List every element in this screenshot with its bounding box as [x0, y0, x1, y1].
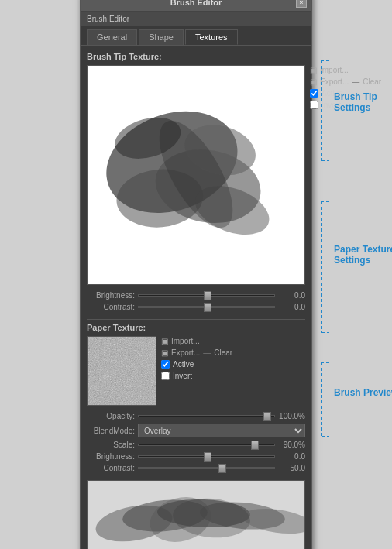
window-title: Brush Editor	[170, 0, 222, 7]
brush-tip-title: Brush Tip Texture:	[87, 52, 305, 61]
scale-thumb[interactable]	[251, 441, 259, 450]
import-icon: ▣	[310, 66, 317, 74]
opacity-thumb[interactable]	[263, 412, 271, 421]
tab-bar: General Shape Textures	[81, 26, 311, 46]
section-separator	[87, 319, 305, 320]
paper-scale-row: Scale: 90.0%	[87, 439, 305, 451]
paper-active-checkbox[interactable]	[161, 360, 170, 369]
scale-label: Scale:	[87, 441, 135, 449]
brush-tip-export-btn[interactable]: ▣ Export...	[310, 77, 349, 87]
paper-export-row: ▣ Export... — Clear	[161, 348, 305, 358]
paper-contrast-row: Contrast: 50.0	[87, 462, 305, 474]
paper-brightness-thumb[interactable]	[204, 452, 211, 462]
paper-invert-checkbox[interactable]	[161, 372, 170, 380]
brush-tip-clear-btn[interactable]: Clear	[363, 77, 381, 86]
blendmode-select[interactable]: Overlay Normal Multiply Screen	[138, 424, 305, 437]
contrast-slider[interactable]	[138, 306, 275, 308]
brightness-thumb[interactable]	[204, 291, 211, 300]
blendmode-label: BlendMode:	[87, 427, 135, 435]
brush-tip-row: ▣ Import... ▣ Export... — Clear	[87, 65, 305, 285]
sub-header-label: Brush Editor	[87, 15, 129, 23]
brush-tip-contrast-row: Contrast: 0.0	[87, 301, 305, 313]
paper-texture-preview	[87, 336, 156, 406]
paper-contrast-thumb[interactable]	[218, 464, 226, 473]
brightness-label: Brightness:	[87, 291, 135, 300]
brush-tip-active-label: Active	[322, 89, 342, 98]
blendmode-row: BlendMode: Overlay Normal Multiply Scree…	[87, 422, 305, 439]
paper-active-label: Active	[173, 360, 194, 369]
paper-texture-controls: ▣ Import... ▣ Export... — Clear	[161, 336, 305, 406]
paper-import-icon: ▣	[161, 337, 168, 345]
brush-tip-invert-label: Invert	[322, 101, 341, 109]
brush-tip-controls: ▣ Import... ▣ Export... — Clear	[310, 65, 381, 285]
brush-tip-brightness-row: Brightness: 0.0	[87, 290, 305, 301]
export-icon: ▣	[310, 77, 317, 86]
paper-opacity-row: Opacity: 100.0%	[87, 410, 305, 422]
brush-tip-invert-row: Invert	[310, 100, 381, 110]
brush-tip-active-row: Active	[310, 88, 381, 98]
contrast-label: Contrast:	[87, 303, 135, 311]
paper-texture-row: ▣ Import... ▣ Export... — Clear	[87, 336, 305, 406]
sub-header: Brush Editor	[81, 12, 311, 26]
paper-contrast-label: Contrast:	[87, 464, 135, 472]
paper-brightness-slider[interactable]	[138, 455, 275, 458]
brush-preview-annotation: Brush Preview	[320, 362, 392, 437]
title-bar: Brush Editor ×	[81, 0, 311, 12]
brush-preview-area	[87, 480, 305, 549]
paper-contrast-value: 50.0	[278, 464, 305, 472]
paper-active-row: Active	[161, 359, 305, 369]
contrast-value: 0.0	[278, 303, 305, 311]
paper-texture-svg	[88, 337, 156, 406]
paper-texture-section: Paper Texture:	[87, 323, 305, 474]
brush-tip-active-checkbox[interactable]	[310, 89, 318, 98]
paper-brightness-row: Brightness: 0.0	[87, 451, 305, 462]
content-area: Brush Tip Texture:	[81, 46, 311, 549]
svg-rect-9	[88, 337, 156, 406]
brush-tip-invert-checkbox[interactable]	[310, 101, 318, 109]
paper-texture-title: Paper Texture:	[87, 323, 305, 332]
brush-preview-bracket	[320, 362, 331, 437]
scale-slider[interactable]	[138, 444, 275, 446]
paper-export-icon: ▣	[161, 348, 168, 357]
paper-sep-dash: —	[203, 348, 211, 357]
paper-clear-btn[interactable]: Clear	[214, 348, 232, 357]
paper-invert-row: Invert	[161, 371, 305, 381]
tab-general[interactable]: General	[87, 29, 137, 45]
contrast-thumb[interactable]	[204, 303, 211, 312]
tab-textures[interactable]: Textures	[185, 29, 238, 45]
paper-export-btn[interactable]: ▣ Export...	[161, 348, 200, 358]
paper-contrast-slider[interactable]	[138, 467, 275, 469]
paper-invert-label: Invert	[173, 372, 192, 380]
brightness-value: 0.0	[278, 291, 305, 300]
paper-import-btn[interactable]: ▣ Import...	[161, 336, 305, 346]
close-button[interactable]: ×	[296, 0, 307, 8]
opacity-slider[interactable]	[138, 415, 275, 417]
opacity-label: Opacity:	[87, 412, 135, 420]
opacity-value: 100.0%	[278, 412, 305, 420]
brush-tip-import-btn[interactable]: ▣ Import...	[310, 65, 381, 75]
paper-brightness-label: Brightness:	[87, 452, 135, 461]
brush-editor-panel: Brush Editor × Brush Editor General Shap…	[80, 0, 312, 549]
separator-dash: —	[352, 77, 359, 86]
brush-tip-svg	[88, 66, 304, 283]
brush-tip-preview	[87, 65, 305, 285]
brightness-slider[interactable]	[138, 294, 275, 297]
brush-tip-export-row: ▣ Export... — Clear	[310, 77, 381, 87]
scale-value: 90.0%	[278, 441, 305, 449]
paper-brightness-value: 0.0	[278, 452, 305, 461]
brush-preview-annotation-text: Brush Preview	[334, 387, 392, 398]
brush-tip-section: Brush Tip Texture:	[87, 52, 305, 313]
brush-preview-svg	[88, 481, 304, 549]
tab-shape[interactable]: Shape	[139, 29, 184, 45]
